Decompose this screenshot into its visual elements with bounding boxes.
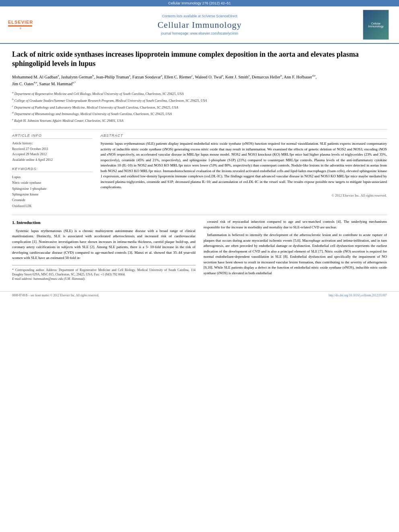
main-content: Lack of nitric oxide synthases increases… xyxy=(0,44,399,287)
journal-header-center: Contents lists available at SciVerse Sci… xyxy=(36,14,363,35)
journal-cover-image: Cellular Immunology xyxy=(363,10,389,40)
intro-para-3: Inflammation is believed to intensify th… xyxy=(204,232,387,276)
body-col-right: creased risk of myocardial infarction co… xyxy=(204,219,387,281)
article-title: Lack of nitric oxide synthases increases… xyxy=(12,50,387,69)
journal-homepage: journal homepage: www.elsevier.com/locat… xyxy=(36,31,363,35)
abstract-text: Systemic lupus erythematosus (SLE) patie… xyxy=(101,141,387,190)
received-date: Received 27 October 2011 xyxy=(12,146,93,152)
email-text: E-mail address: hammadsm@musc.edu (S.M. … xyxy=(12,277,85,281)
author-3: Jean-Philip Truman xyxy=(96,74,129,79)
keyword-3: Sphingosine 1-phosphate xyxy=(12,186,93,191)
affil-b: b College of Graduate Studies/Summer Und… xyxy=(12,97,387,103)
article-history-label: Article history: xyxy=(12,141,93,146)
journal-header: ELSEVIER ® Contents lists available at S… xyxy=(0,6,399,44)
journal-title: Cellular Immunology xyxy=(36,20,363,30)
keyword-1: Lupus xyxy=(12,174,93,180)
author-1: Mohammed M. Al Gadban xyxy=(12,74,58,79)
journal-issue-info: Cellular Immunology 276 (2012) 42–51 xyxy=(168,1,231,5)
article-info-section: Article info Article history: Received 2… xyxy=(12,134,93,162)
elsevier-logo-area: ELSEVIER ® xyxy=(8,20,36,30)
accepted-date: Accepted 29 March 2012 xyxy=(12,152,93,157)
intro-para-2: creased risk of myocardial infarction co… xyxy=(204,219,387,230)
top-bar: Cellular Immunology 276 (2012) 42–51 xyxy=(0,0,399,6)
footer-issn: 0008-8749/$ – see front matter © 2012 El… xyxy=(12,294,99,297)
abstract-col: Abstract Systemic lupus erythematosus (S… xyxy=(101,134,387,209)
available-date: Available online 4 April 2012 xyxy=(12,157,93,163)
keyword-4: Sphingosine kinase xyxy=(12,191,93,197)
article-info-title: Article info xyxy=(12,134,93,139)
affil-d: d Department of Rheumatology and Immunol… xyxy=(12,111,387,117)
homepage-link[interactable]: www.elsevier.com/locate/ycimm xyxy=(190,31,239,35)
author-6: Waleed O. Twal xyxy=(195,74,222,79)
email-note: E-mail address: hammadsm@musc.edu (S.M. … xyxy=(12,277,195,281)
journal-cover-area: Cellular Immunology xyxy=(363,10,391,40)
affil-c: c Department of Pathology and Laboratory… xyxy=(12,104,387,110)
author-2: Jashalynn German xyxy=(61,74,93,79)
elsevier-sub: ® xyxy=(8,27,33,30)
keyword-2: Nitric oxide synthase xyxy=(12,180,93,185)
author-5: Ellen C. Riemer xyxy=(164,74,191,79)
author-10: Jim C. Oates xyxy=(12,82,34,86)
info-abstract-section: Article info Article history: Received 2… xyxy=(12,129,387,209)
affil-e: e Ralph H. Johnson Veterans Affairs Medi… xyxy=(12,117,387,123)
footnote-section: * Corresponding author. Address: Departm… xyxy=(12,265,195,281)
keywords-section: Keywords: Lupus Nitric oxide synthase Sp… xyxy=(12,167,93,209)
sciverse-link: Contents lists available at SciVerse Sci… xyxy=(36,14,363,18)
sciverse-link-text[interactable]: SciVerse ScienceDirect xyxy=(202,14,237,18)
author-7: Kent J. Smith xyxy=(225,74,248,79)
intro-para-1: Systemic lupus erythematosus (SLE) is a … xyxy=(12,228,195,261)
body-section: 1. Introduction Systemic lupus erythemat… xyxy=(12,215,387,281)
author-11: Samar M. Hammad xyxy=(39,82,73,86)
authors-line: Mohammed M. Al Gadbana, Jashalynn German… xyxy=(12,74,387,88)
copyright-notice: © 2012 Elsevier Inc. All rights reserved… xyxy=(101,193,387,197)
affiliations: a Department of Regenerative Medicine an… xyxy=(12,90,387,123)
affil-a: a Department of Regenerative Medicine an… xyxy=(12,90,387,97)
corresponding-author-note: * Corresponding author. Address: Departm… xyxy=(12,268,195,277)
abstract-title: Abstract xyxy=(101,134,387,139)
keyword-5: Ceramide xyxy=(12,197,93,203)
footer-doi[interactable]: http://dx.doi.org/10.1016/j.cellimm.2012… xyxy=(329,294,387,297)
article-info-col: Article info Article history: Received 2… xyxy=(12,134,93,209)
body-col-left: 1. Introduction Systemic lupus erythemat… xyxy=(12,219,195,281)
elsevier-logo-text: ELSEVIER xyxy=(8,20,33,25)
author-8: Demarcus Heller xyxy=(252,74,280,79)
author-4: Farzan Soodavar xyxy=(132,74,161,79)
author-9: Ann F. Hofbauer xyxy=(284,74,313,79)
page-footer: 0008-8749/$ – see front matter © 2012 El… xyxy=(0,291,399,299)
keywords-title: Keywords: xyxy=(12,167,93,172)
intro-heading: 1. Introduction xyxy=(12,219,195,226)
keyword-6: Oxidized LDL xyxy=(12,203,93,209)
